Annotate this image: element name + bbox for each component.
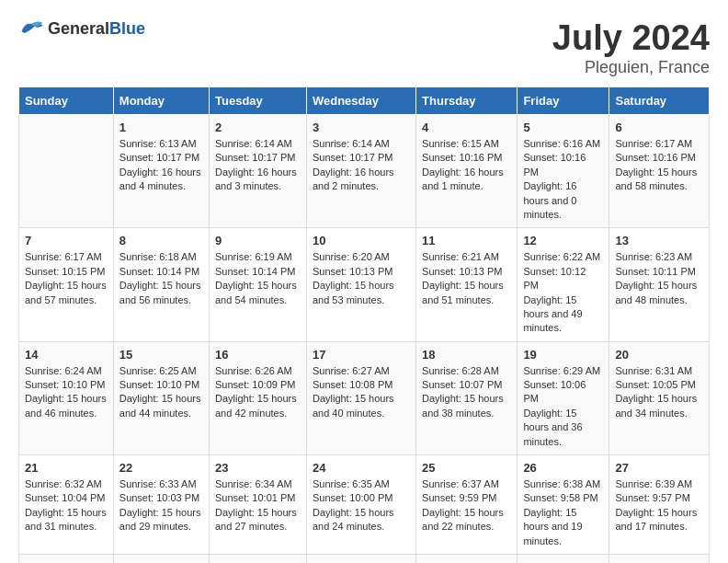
day-sun-info: Sunrise: 6:16 AMSunset: 10:16 PMDaylight… bbox=[523, 137, 603, 222]
day-number: 8 bbox=[119, 234, 203, 247]
day-sun-info: Sunrise: 6:32 AMSunset: 10:04 PMDaylight… bbox=[25, 477, 108, 534]
calendar-cell: 3Sunrise: 6:14 AMSunset: 10:17 PMDayligh… bbox=[306, 115, 415, 228]
calendar-cell: 15Sunrise: 6:25 AMSunset: 10:10 PMDaylig… bbox=[113, 341, 209, 454]
day-sun-info: Sunrise: 6:15 AMSunset: 10:16 PMDaylight… bbox=[422, 137, 511, 194]
day-number: 18 bbox=[422, 348, 511, 362]
calendar-cell: 9Sunrise: 6:19 AMSunset: 10:14 PMDayligh… bbox=[210, 228, 307, 341]
day-number: 23 bbox=[215, 461, 301, 475]
day-sun-info: Sunrise: 6:35 AMSunset: 10:00 PMDaylight… bbox=[313, 477, 410, 534]
header-monday: Monday bbox=[113, 87, 209, 115]
calendar-cell bbox=[609, 554, 710, 563]
day-number: 15 bbox=[119, 348, 203, 362]
calendar-cell bbox=[19, 115, 114, 228]
calendar-week-row: 1Sunrise: 6:13 AMSunset: 10:17 PMDayligh… bbox=[19, 115, 710, 228]
calendar-cell: 18Sunrise: 6:28 AMSunset: 10:07 PMDaylig… bbox=[416, 341, 518, 454]
header-saturday: Saturday bbox=[609, 87, 710, 115]
day-number: 12 bbox=[523, 234, 603, 247]
calendar-cell: 25Sunrise: 6:37 AMSunset: 9:59 PMDayligh… bbox=[416, 455, 518, 555]
calendar-week-row: 7Sunrise: 6:17 AMSunset: 10:15 PMDayligh… bbox=[19, 228, 710, 341]
logo-blue: Blue bbox=[109, 19, 145, 38]
day-sun-info: Sunrise: 6:17 AMSunset: 10:15 PMDaylight… bbox=[25, 250, 108, 307]
calendar-cell: 30Sunrise: 6:43 AMSunset: 9:52 PMDayligh… bbox=[210, 554, 307, 563]
calendar-week-row: 28Sunrise: 6:40 AMSunset: 9:55 PMDayligh… bbox=[19, 554, 710, 563]
day-number: 21 bbox=[25, 461, 108, 475]
day-number: 14 bbox=[25, 348, 108, 362]
calendar-cell bbox=[518, 554, 609, 563]
calendar-cell: 14Sunrise: 6:24 AMSunset: 10:10 PMDaylig… bbox=[19, 341, 114, 454]
day-sun-info: Sunrise: 6:21 AMSunset: 10:13 PMDaylight… bbox=[422, 250, 511, 307]
day-number: 22 bbox=[119, 461, 203, 475]
calendar-cell: 11Sunrise: 6:21 AMSunset: 10:13 PMDaylig… bbox=[416, 228, 518, 341]
day-number: 5 bbox=[523, 121, 603, 134]
header-thursday: Thursday bbox=[416, 87, 518, 115]
calendar-cell: 21Sunrise: 6:32 AMSunset: 10:04 PMDaylig… bbox=[19, 455, 114, 555]
day-sun-info: Sunrise: 6:17 AMSunset: 10:16 PMDaylight… bbox=[615, 137, 703, 194]
day-sun-info: Sunrise: 6:28 AMSunset: 10:07 PMDaylight… bbox=[422, 364, 511, 421]
calendar-cell: 7Sunrise: 6:17 AMSunset: 10:15 PMDayligh… bbox=[19, 228, 114, 341]
calendar-cell: 4Sunrise: 6:15 AMSunset: 10:16 PMDayligh… bbox=[416, 115, 518, 228]
calendar-cell: 28Sunrise: 6:40 AMSunset: 9:55 PMDayligh… bbox=[19, 554, 114, 563]
logo-bird-icon bbox=[18, 18, 44, 39]
header-friday: Friday bbox=[518, 87, 609, 115]
header-wednesday: Wednesday bbox=[306, 87, 415, 115]
title-area: July 2024 Pleguien, France bbox=[552, 18, 710, 77]
day-sun-info: Sunrise: 6:25 AMSunset: 10:10 PMDaylight… bbox=[119, 364, 203, 421]
day-number: 11 bbox=[422, 234, 511, 247]
day-sun-info: Sunrise: 6:38 AMSunset: 9:58 PMDaylight:… bbox=[523, 477, 603, 548]
day-number: 10 bbox=[313, 234, 410, 247]
day-number: 24 bbox=[313, 461, 410, 475]
page-header: GeneralBlue July 2024 Pleguien, France bbox=[18, 18, 710, 77]
day-sun-info: Sunrise: 6:13 AMSunset: 10:17 PMDaylight… bbox=[119, 137, 203, 194]
location-subtitle: Pleguien, France bbox=[552, 58, 710, 77]
day-number: 26 bbox=[523, 461, 603, 475]
day-number: 20 bbox=[615, 348, 703, 362]
calendar-header-row: SundayMondayTuesdayWednesdayThursdayFrid… bbox=[19, 87, 710, 115]
day-number: 1 bbox=[119, 121, 203, 134]
day-sun-info: Sunrise: 6:23 AMSunset: 10:11 PMDaylight… bbox=[615, 250, 703, 307]
calendar-week-row: 21Sunrise: 6:32 AMSunset: 10:04 PMDaylig… bbox=[19, 455, 710, 555]
day-sun-info: Sunrise: 6:14 AMSunset: 10:17 PMDaylight… bbox=[215, 137, 301, 194]
day-number: 16 bbox=[215, 348, 301, 362]
day-sun-info: Sunrise: 6:27 AMSunset: 10:08 PMDaylight… bbox=[313, 364, 410, 421]
calendar-cell: 6Sunrise: 6:17 AMSunset: 10:16 PMDayligh… bbox=[609, 115, 710, 228]
day-sun-info: Sunrise: 6:26 AMSunset: 10:09 PMDaylight… bbox=[215, 364, 301, 421]
day-number: 27 bbox=[615, 461, 703, 475]
day-sun-info: Sunrise: 6:39 AMSunset: 9:57 PMDaylight:… bbox=[615, 477, 703, 534]
day-number: 9 bbox=[215, 234, 301, 247]
calendar-cell bbox=[416, 554, 518, 563]
calendar-cell: 27Sunrise: 6:39 AMSunset: 9:57 PMDayligh… bbox=[609, 455, 710, 555]
calendar-cell: 19Sunrise: 6:29 AMSunset: 10:06 PMDaylig… bbox=[518, 341, 609, 454]
logo: GeneralBlue bbox=[18, 18, 145, 39]
day-sun-info: Sunrise: 6:37 AMSunset: 9:59 PMDaylight:… bbox=[422, 477, 511, 534]
day-number: 3 bbox=[313, 121, 410, 134]
calendar-cell: 5Sunrise: 6:16 AMSunset: 10:16 PMDayligh… bbox=[518, 115, 609, 228]
calendar-cell: 20Sunrise: 6:31 AMSunset: 10:05 PMDaylig… bbox=[609, 341, 710, 454]
calendar-cell: 8Sunrise: 6:18 AMSunset: 10:14 PMDayligh… bbox=[113, 228, 209, 341]
calendar-cell: 16Sunrise: 6:26 AMSunset: 10:09 PMDaylig… bbox=[210, 341, 307, 454]
day-sun-info: Sunrise: 6:18 AMSunset: 10:14 PMDaylight… bbox=[119, 250, 203, 307]
calendar-cell: 12Sunrise: 6:22 AMSunset: 10:12 PMDaylig… bbox=[518, 228, 609, 341]
calendar-cell: 29Sunrise: 6:42 AMSunset: 9:54 PMDayligh… bbox=[113, 554, 209, 563]
day-sun-info: Sunrise: 6:29 AMSunset: 10:06 PMDaylight… bbox=[523, 364, 603, 449]
calendar-cell: 10Sunrise: 6:20 AMSunset: 10:13 PMDaylig… bbox=[306, 228, 415, 341]
header-sunday: Sunday bbox=[19, 87, 114, 115]
day-sun-info: Sunrise: 6:34 AMSunset: 10:01 PMDaylight… bbox=[215, 477, 301, 534]
day-number: 19 bbox=[523, 348, 603, 362]
calendar-cell: 22Sunrise: 6:33 AMSunset: 10:03 PMDaylig… bbox=[113, 455, 209, 555]
day-number: 17 bbox=[313, 348, 410, 362]
logo-text: GeneralBlue bbox=[48, 19, 145, 39]
calendar-cell: 31Sunrise: 6:44 AMSunset: 9:51 PMDayligh… bbox=[306, 554, 415, 563]
day-sun-info: Sunrise: 6:24 AMSunset: 10:10 PMDaylight… bbox=[25, 364, 108, 421]
calendar-cell: 1Sunrise: 6:13 AMSunset: 10:17 PMDayligh… bbox=[113, 115, 209, 228]
day-sun-info: Sunrise: 6:20 AMSunset: 10:13 PMDaylight… bbox=[313, 250, 410, 307]
day-number: 13 bbox=[615, 234, 703, 247]
calendar-table: SundayMondayTuesdayWednesdayThursdayFrid… bbox=[18, 86, 710, 563]
calendar-cell: 13Sunrise: 6:23 AMSunset: 10:11 PMDaylig… bbox=[609, 228, 710, 341]
calendar-cell: 17Sunrise: 6:27 AMSunset: 10:08 PMDaylig… bbox=[306, 341, 415, 454]
header-tuesday: Tuesday bbox=[210, 87, 307, 115]
day-number: 25 bbox=[422, 461, 511, 475]
day-sun-info: Sunrise: 6:31 AMSunset: 10:05 PMDaylight… bbox=[615, 364, 703, 421]
calendar-cell: 24Sunrise: 6:35 AMSunset: 10:00 PMDaylig… bbox=[306, 455, 415, 555]
day-number: 4 bbox=[422, 121, 511, 134]
day-sun-info: Sunrise: 6:33 AMSunset: 10:03 PMDaylight… bbox=[119, 477, 203, 534]
